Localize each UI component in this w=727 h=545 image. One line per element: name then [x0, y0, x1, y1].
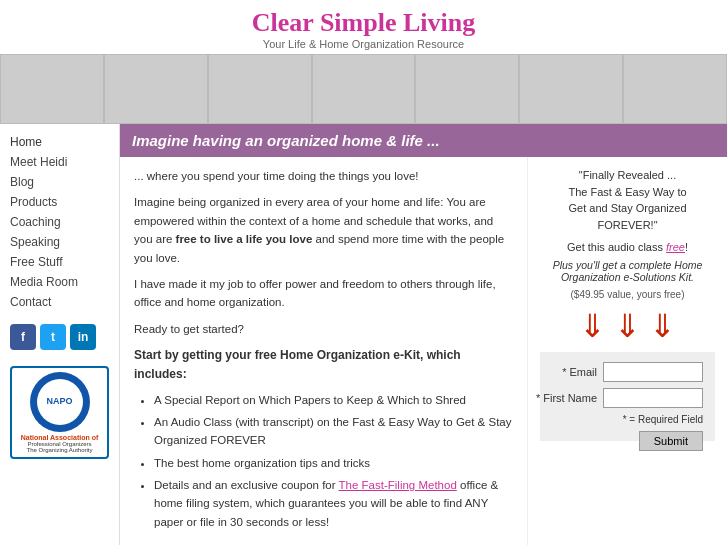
quote-box: "Finally Revealed ... The Fast & Easy Wa…	[540, 167, 715, 233]
down-arrow-2: ⇓	[614, 310, 641, 342]
email-row: * Email	[552, 362, 703, 382]
email-label: * Email	[527, 366, 597, 378]
twitter-icon[interactable]: t	[40, 324, 66, 350]
para2: Imagine being organized in every area of…	[134, 193, 513, 267]
main-text: ... where you spend your time doing the …	[120, 157, 527, 545]
down-arrow-1: ⇓	[579, 310, 606, 342]
napo-inner: NAPO	[37, 379, 83, 425]
quote-line4: FOREVER!"	[597, 219, 657, 231]
content-area: Imagine having an organized home & life …	[120, 124, 727, 545]
hero-image-7	[623, 54, 727, 124]
submit-button[interactable]: Submit	[639, 431, 703, 451]
sidebar: Home Meet Heidi Blog Products Coaching S…	[0, 124, 120, 545]
sidebar-item-speaking[interactable]: Speaking	[0, 232, 119, 252]
site-title: Clear Simple Living	[0, 8, 727, 38]
bold-text: free to live a life you love	[176, 233, 313, 245]
bullet-4: Details and an exclusive coupon for The …	[154, 476, 513, 531]
firstname-label: * First Name	[527, 392, 597, 404]
fast-filing-link[interactable]: The Fast-Filing Method	[339, 479, 457, 491]
right-panel: "Finally Revealed ... The Fast & Easy Wa…	[527, 157, 727, 545]
quote-line3: Get and Stay Organized	[568, 202, 686, 214]
sidebar-nav: Home Meet Heidi Blog Products Coaching S…	[0, 132, 119, 312]
sidebar-item-products[interactable]: Products	[0, 192, 119, 212]
required-note: * = Required Field	[552, 414, 703, 425]
quote-line2: The Fast & Easy Way to	[568, 186, 686, 198]
form-panel: * Email * First Name * = Required Field …	[540, 352, 715, 441]
arrows-graphic: ⇓ ⇓ ⇓	[540, 310, 715, 342]
napo-text: NAPO	[46, 397, 72, 407]
main-layout: Home Meet Heidi Blog Products Coaching S…	[0, 124, 727, 545]
cta-row: Get your FREE e-Kit now by entering your…	[134, 541, 513, 545]
email-input[interactable]	[603, 362, 703, 382]
napo-label: National Association of	[16, 434, 103, 441]
hero-banner	[0, 54, 727, 124]
plus-text: Plus you'll get a complete Home Organiza…	[540, 259, 715, 283]
napo-circle: NAPO	[30, 372, 90, 432]
linkedin-icon[interactable]: in	[70, 324, 96, 350]
price-text: ($49.95 value, yours free)	[540, 289, 715, 300]
quote-line1: "Finally Revealed ...	[579, 169, 676, 181]
sidebar-item-contact[interactable]: Contact	[0, 292, 119, 312]
para4: Ready to get started?	[134, 320, 513, 338]
free-audio-link[interactable]: free	[666, 241, 685, 253]
sidebar-item-home[interactable]: Home	[0, 132, 119, 152]
content-header: Imagine having an organized home & life …	[120, 124, 727, 157]
firstname-input[interactable]	[603, 388, 703, 408]
sidebar-item-blog[interactable]: Blog	[0, 172, 119, 192]
sidebar-item-free-stuff[interactable]: Free Stuff	[0, 252, 119, 272]
down-arrow-3: ⇓	[649, 310, 676, 342]
napo-badge: NAPO National Association of Professiona…	[10, 366, 109, 459]
hero-image-1	[0, 54, 104, 124]
bullet-3: The best home organization tips and tric…	[154, 454, 513, 472]
para1: ... where you spend your time doing the …	[134, 167, 513, 185]
bullet-2: An Audio Class (with transcript) on the …	[154, 413, 513, 450]
hero-image-6	[519, 54, 623, 124]
para3: I have made it my job to offer power and…	[134, 275, 513, 312]
social-icons: f t in	[0, 312, 119, 358]
site-header: Clear Simple Living Your Life & Home Org…	[0, 0, 727, 54]
hero-image-4	[312, 54, 416, 124]
arrow-right-icon: →	[462, 541, 482, 545]
content-body: ... where you spend your time doing the …	[120, 157, 727, 545]
firstname-row: * First Name	[552, 388, 703, 408]
hero-image-5	[415, 54, 519, 124]
sidebar-item-meet-heidi[interactable]: Meet Heidi	[0, 152, 119, 172]
site-subtitle: Your Life & Home Organization Resource	[0, 38, 727, 50]
sidebar-item-media-room[interactable]: Media Room	[0, 272, 119, 292]
ekit-bullets: A Special Report on Which Papers to Keep…	[154, 391, 513, 532]
ekit-heading: Start by getting your free Home Organiza…	[134, 346, 513, 384]
audio-text: Get this audio class free!	[540, 241, 715, 253]
facebook-icon[interactable]: f	[10, 324, 36, 350]
sidebar-item-coaching[interactable]: Coaching	[0, 212, 119, 232]
content-header-text: Imagine having an organized home & life …	[132, 132, 440, 149]
bullet-1: A Special Report on Which Papers to Keep…	[154, 391, 513, 409]
hero-image-2	[104, 54, 208, 124]
hero-image-3	[208, 54, 312, 124]
napo-tagline: The Organizing Authority	[16, 447, 103, 453]
